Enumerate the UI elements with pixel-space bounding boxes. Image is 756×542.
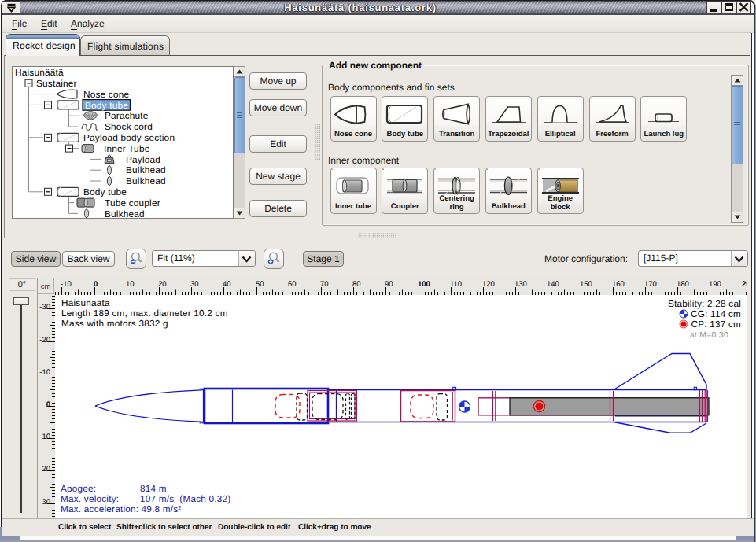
svg-text:at M=0.30: at M=0.30: [690, 330, 728, 340]
svg-text:Stability: 2.28 cal: Stability: 2.28 cal: [668, 299, 741, 309]
svg-text:Sustainer: Sustainer: [36, 78, 77, 89]
svg-text:CG: 114 cm: CG: 114 cm: [691, 309, 741, 319]
svg-text:Body tube: Body tube: [85, 100, 128, 111]
svg-text:90: 90: [385, 280, 393, 289]
svg-text:40: 40: [223, 280, 231, 289]
svg-text:170: 170: [644, 280, 657, 289]
svg-text:Bulkhead: Bulkhead: [105, 208, 145, 218]
svg-text:10: 10: [126, 280, 135, 289]
svg-text:130: 130: [514, 280, 527, 289]
svg-text:20: 20: [158, 280, 167, 289]
svg-text:30: 30: [190, 280, 199, 289]
svg-text:80: 80: [352, 280, 361, 289]
svg-text:0: 0: [94, 280, 98, 289]
svg-text:120: 120: [482, 280, 495, 289]
svg-text:Max. acceleration:: Max. acceleration:: [61, 504, 138, 514]
svg-text:190: 190: [709, 280, 721, 289]
svg-text:Apogee:: Apogee:: [61, 484, 96, 494]
svg-text:Shock cord: Shock cord: [105, 121, 153, 132]
svg-text:Parachute: Parachute: [105, 110, 149, 121]
svg-text:Nose cone: Nose cone: [83, 89, 129, 100]
svg-text:CP: 137 cm: CP: 137 cm: [691, 319, 741, 330]
svg-text:-30: -30: [39, 303, 50, 312]
svg-text:10: 10: [42, 433, 50, 441]
svg-text:0: 0: [46, 400, 50, 409]
svg-text:20: 20: [42, 465, 50, 474]
svg-text:30: 30: [42, 498, 50, 507]
svg-text:Inner Tube: Inner Tube: [104, 143, 150, 154]
svg-text:Bulkhead: Bulkhead: [126, 164, 166, 175]
svg-text:-10: -10: [39, 368, 50, 377]
svg-text:Length 189 cm, max. diameter 1: Length 189 cm, max. diameter 10.2 cm: [61, 308, 228, 319]
svg-text:49.8 m/s²: 49.8 m/s²: [142, 504, 182, 514]
svg-text:-20: -20: [39, 336, 50, 345]
svg-text:107 m/s (Mach 0.32): 107 m/s (Mach 0.32): [140, 494, 230, 504]
svg-text:100: 100: [418, 280, 430, 289]
svg-text:140: 140: [547, 280, 559, 289]
svg-text:Body tube: Body tube: [83, 186, 127, 197]
svg-text:150: 150: [580, 280, 592, 289]
svg-text:110: 110: [450, 280, 462, 289]
svg-text:814 m: 814 m: [140, 484, 167, 494]
svg-text:Mass with motors 3832 g: Mass with motors 3832 g: [61, 319, 168, 329]
svg-text:180: 180: [677, 280, 689, 289]
svg-text:-10: -10: [61, 280, 72, 289]
svg-text:200: 200: [742, 280, 747, 289]
svg-text:Bulkhead: Bulkhead: [126, 175, 166, 186]
svg-text:70: 70: [320, 280, 329, 289]
svg-text:Haisunäätä: Haisunäätä: [61, 298, 110, 308]
svg-text:Haisunäätä: Haisunäätä: [15, 67, 64, 78]
svg-text:Payload body section: Payload body section: [83, 132, 175, 143]
svg-text:50: 50: [256, 280, 264, 289]
svg-text:Payload: Payload: [126, 154, 160, 165]
svg-text:60: 60: [288, 280, 297, 289]
svg-text:Max. velocity:: Max. velocity:: [61, 494, 119, 504]
svg-text:Tube coupler: Tube coupler: [105, 197, 160, 208]
svg-text:160: 160: [612, 280, 625, 289]
